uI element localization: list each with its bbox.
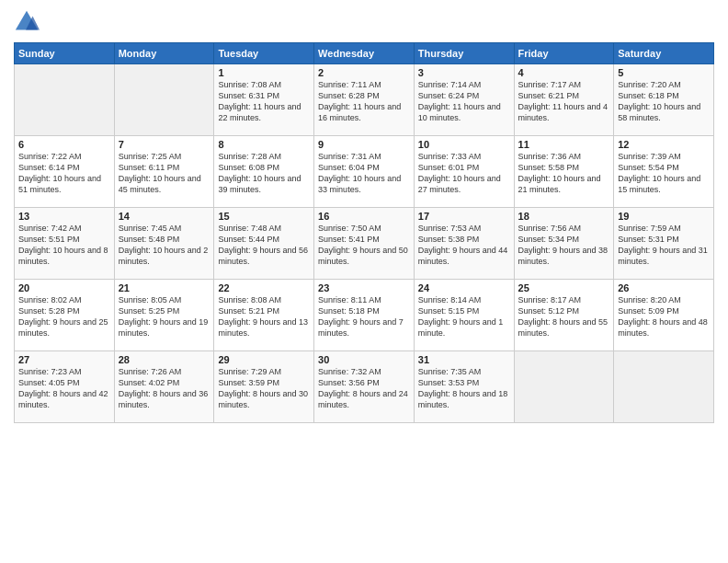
calendar-week-row: 6Sunrise: 7:22 AM Sunset: 6:14 PM Daylig… bbox=[15, 136, 714, 208]
day-detail: Sunrise: 7:50 AM Sunset: 5:41 PM Dayligh… bbox=[318, 223, 410, 268]
weekday-header-sunday: Sunday bbox=[15, 43, 115, 64]
day-number: 9 bbox=[318, 139, 410, 150]
day-detail: Sunrise: 7:53 AM Sunset: 5:38 PM Dayligh… bbox=[418, 223, 510, 268]
day-number: 28 bbox=[119, 354, 210, 365]
day-number: 7 bbox=[119, 139, 210, 150]
day-number: 23 bbox=[318, 282, 410, 293]
calendar-table: SundayMondayTuesdayWednesdayThursdayFrid… bbox=[14, 42, 714, 423]
day-number: 25 bbox=[518, 282, 610, 293]
calendar-cell: 10Sunrise: 7:33 AM Sunset: 6:01 PM Dayli… bbox=[414, 136, 514, 208]
calendar-cell: 15Sunrise: 7:48 AM Sunset: 5:44 PM Dayli… bbox=[214, 208, 314, 280]
calendar-cell: 8Sunrise: 7:28 AM Sunset: 6:08 PM Daylig… bbox=[214, 136, 314, 208]
calendar-cell: 4Sunrise: 7:17 AM Sunset: 6:21 PM Daylig… bbox=[514, 64, 614, 136]
calendar-cell: 16Sunrise: 7:50 AM Sunset: 5:41 PM Dayli… bbox=[314, 208, 415, 280]
calendar-cell: 18Sunrise: 7:56 AM Sunset: 5:34 PM Dayli… bbox=[514, 208, 614, 280]
calendar-cell bbox=[514, 351, 614, 423]
day-detail: Sunrise: 7:25 AM Sunset: 6:11 PM Dayligh… bbox=[119, 151, 210, 196]
weekday-header-row: SundayMondayTuesdayWednesdayThursdayFrid… bbox=[15, 43, 714, 64]
day-number: 6 bbox=[18, 139, 110, 150]
day-detail: Sunrise: 7:29 AM Sunset: 3:59 PM Dayligh… bbox=[218, 366, 310, 411]
day-number: 3 bbox=[418, 67, 510, 78]
weekday-header-monday: Monday bbox=[114, 43, 214, 64]
day-number: 1 bbox=[218, 67, 310, 78]
calendar-cell: 21Sunrise: 8:05 AM Sunset: 5:25 PM Dayli… bbox=[114, 280, 214, 351]
day-number: 13 bbox=[18, 211, 110, 222]
calendar-cell bbox=[114, 64, 214, 136]
day-detail: Sunrise: 8:20 AM Sunset: 5:09 PM Dayligh… bbox=[618, 294, 710, 339]
day-detail: Sunrise: 7:59 AM Sunset: 5:31 PM Dayligh… bbox=[618, 223, 710, 268]
day-number: 4 bbox=[518, 67, 610, 78]
day-number: 30 bbox=[318, 354, 410, 365]
day-detail: Sunrise: 7:35 AM Sunset: 3:53 PM Dayligh… bbox=[418, 366, 510, 411]
day-number: 5 bbox=[618, 67, 710, 78]
calendar-cell bbox=[15, 64, 115, 136]
day-number: 27 bbox=[18, 354, 110, 365]
day-number: 18 bbox=[518, 211, 610, 222]
calendar-cell: 22Sunrise: 8:08 AM Sunset: 5:21 PM Dayli… bbox=[214, 280, 314, 351]
day-number: 31 bbox=[418, 354, 510, 365]
calendar-cell: 27Sunrise: 7:23 AM Sunset: 4:05 PM Dayli… bbox=[15, 351, 115, 423]
weekday-header-thursday: Thursday bbox=[414, 43, 514, 64]
day-detail: Sunrise: 7:33 AM Sunset: 6:01 PM Dayligh… bbox=[418, 151, 510, 196]
day-detail: Sunrise: 7:45 AM Sunset: 5:48 PM Dayligh… bbox=[119, 223, 210, 268]
calendar-cell bbox=[614, 351, 714, 423]
header bbox=[14, 9, 714, 35]
weekday-header-friday: Friday bbox=[514, 43, 614, 64]
day-detail: Sunrise: 8:14 AM Sunset: 5:15 PM Dayligh… bbox=[418, 294, 510, 339]
calendar-cell: 6Sunrise: 7:22 AM Sunset: 6:14 PM Daylig… bbox=[15, 136, 115, 208]
day-number: 11 bbox=[518, 139, 610, 150]
calendar-cell: 25Sunrise: 8:17 AM Sunset: 5:12 PM Dayli… bbox=[514, 280, 614, 351]
day-detail: Sunrise: 8:11 AM Sunset: 5:18 PM Dayligh… bbox=[318, 294, 410, 339]
day-number: 17 bbox=[418, 211, 510, 222]
calendar-cell: 7Sunrise: 7:25 AM Sunset: 6:11 PM Daylig… bbox=[114, 136, 214, 208]
calendar-cell: 13Sunrise: 7:42 AM Sunset: 5:51 PM Dayli… bbox=[15, 208, 115, 280]
day-number: 15 bbox=[218, 211, 310, 222]
calendar-cell: 14Sunrise: 7:45 AM Sunset: 5:48 PM Dayli… bbox=[114, 208, 214, 280]
weekday-header-wednesday: Wednesday bbox=[314, 43, 415, 64]
calendar-cell: 2Sunrise: 7:11 AM Sunset: 6:28 PM Daylig… bbox=[314, 64, 415, 136]
day-detail: Sunrise: 8:08 AM Sunset: 5:21 PM Dayligh… bbox=[218, 294, 310, 339]
logo bbox=[14, 9, 43, 35]
day-detail: Sunrise: 7:32 AM Sunset: 3:56 PM Dayligh… bbox=[318, 366, 410, 411]
calendar-cell: 20Sunrise: 8:02 AM Sunset: 5:28 PM Dayli… bbox=[15, 280, 115, 351]
day-number: 16 bbox=[318, 211, 410, 222]
day-detail: Sunrise: 8:02 AM Sunset: 5:28 PM Dayligh… bbox=[18, 294, 110, 339]
calendar-week-row: 27Sunrise: 7:23 AM Sunset: 4:05 PM Dayli… bbox=[15, 351, 714, 423]
day-detail: Sunrise: 7:36 AM Sunset: 5:58 PM Dayligh… bbox=[518, 151, 610, 196]
day-detail: Sunrise: 7:42 AM Sunset: 5:51 PM Dayligh… bbox=[18, 223, 110, 268]
day-detail: Sunrise: 7:22 AM Sunset: 6:14 PM Dayligh… bbox=[18, 151, 110, 196]
day-number: 10 bbox=[418, 139, 510, 150]
calendar-cell: 1Sunrise: 7:08 AM Sunset: 6:31 PM Daylig… bbox=[214, 64, 314, 136]
calendar-cell: 29Sunrise: 7:29 AM Sunset: 3:59 PM Dayli… bbox=[214, 351, 314, 423]
day-detail: Sunrise: 7:08 AM Sunset: 6:31 PM Dayligh… bbox=[218, 79, 310, 124]
day-number: 2 bbox=[318, 67, 410, 78]
weekday-header-saturday: Saturday bbox=[614, 43, 714, 64]
calendar-cell: 5Sunrise: 7:20 AM Sunset: 6:18 PM Daylig… bbox=[614, 64, 714, 136]
day-number: 12 bbox=[618, 139, 710, 150]
day-detail: Sunrise: 7:39 AM Sunset: 5:54 PM Dayligh… bbox=[618, 151, 710, 196]
day-detail: Sunrise: 7:26 AM Sunset: 4:02 PM Dayligh… bbox=[119, 366, 210, 411]
calendar-week-row: 20Sunrise: 8:02 AM Sunset: 5:28 PM Dayli… bbox=[15, 280, 714, 351]
day-detail: Sunrise: 7:28 AM Sunset: 6:08 PM Dayligh… bbox=[218, 151, 310, 196]
day-detail: Sunrise: 7:17 AM Sunset: 6:21 PM Dayligh… bbox=[518, 79, 610, 124]
day-number: 22 bbox=[218, 282, 310, 293]
day-detail: Sunrise: 8:17 AM Sunset: 5:12 PM Dayligh… bbox=[518, 294, 610, 339]
calendar-cell: 26Sunrise: 8:20 AM Sunset: 5:09 PM Dayli… bbox=[614, 280, 714, 351]
logo-icon bbox=[14, 9, 40, 35]
day-number: 20 bbox=[18, 282, 110, 293]
calendar-cell: 28Sunrise: 7:26 AM Sunset: 4:02 PM Dayli… bbox=[114, 351, 214, 423]
calendar-week-row: 1Sunrise: 7:08 AM Sunset: 6:31 PM Daylig… bbox=[15, 64, 714, 136]
day-number: 8 bbox=[218, 139, 310, 150]
day-detail: Sunrise: 7:56 AM Sunset: 5:34 PM Dayligh… bbox=[518, 223, 610, 268]
day-detail: Sunrise: 7:31 AM Sunset: 6:04 PM Dayligh… bbox=[318, 151, 410, 196]
calendar-cell: 19Sunrise: 7:59 AM Sunset: 5:31 PM Dayli… bbox=[614, 208, 714, 280]
day-detail: Sunrise: 7:23 AM Sunset: 4:05 PM Dayligh… bbox=[18, 366, 110, 411]
calendar-cell: 9Sunrise: 7:31 AM Sunset: 6:04 PM Daylig… bbox=[314, 136, 415, 208]
calendar-week-row: 13Sunrise: 7:42 AM Sunset: 5:51 PM Dayli… bbox=[15, 208, 714, 280]
day-number: 21 bbox=[119, 282, 210, 293]
calendar-cell: 3Sunrise: 7:14 AM Sunset: 6:24 PM Daylig… bbox=[414, 64, 514, 136]
day-detail: Sunrise: 7:14 AM Sunset: 6:24 PM Dayligh… bbox=[418, 79, 510, 124]
day-detail: Sunrise: 7:48 AM Sunset: 5:44 PM Dayligh… bbox=[218, 223, 310, 268]
calendar-cell: 12Sunrise: 7:39 AM Sunset: 5:54 PM Dayli… bbox=[614, 136, 714, 208]
day-detail: Sunrise: 7:20 AM Sunset: 6:18 PM Dayligh… bbox=[618, 79, 710, 124]
